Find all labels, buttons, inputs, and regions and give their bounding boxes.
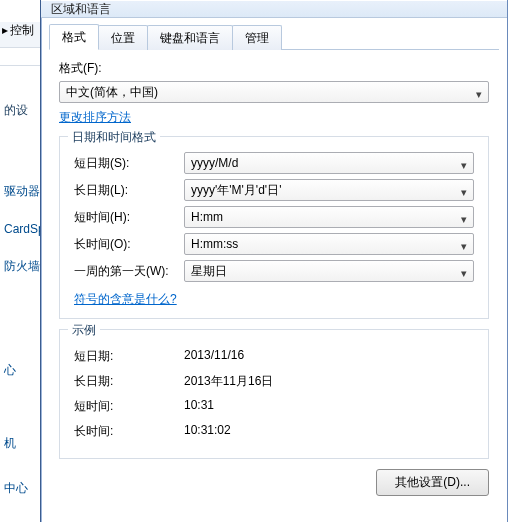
ex-short-date-value: 2013/11/16: [184, 348, 244, 365]
notation-link[interactable]: 符号的含意是什么?: [74, 291, 177, 308]
first-day-label: 一周的第一天(W):: [74, 263, 184, 280]
format-label: 格式(F):: [59, 60, 179, 77]
ex-long-time-label: 长时间:: [74, 423, 184, 440]
breadcrumb-label: 控制: [10, 23, 34, 37]
format-dropdown[interactable]: 中文(简体，中国): [59, 81, 489, 103]
titlebar: 区域和语言: [41, 0, 507, 18]
short-date-label: 短日期(S):: [74, 155, 184, 172]
tab-format[interactable]: 格式: [49, 24, 99, 50]
sidebar-item[interactable]: 防火墙: [0, 256, 40, 277]
ex-long-date-label: 长日期:: [74, 373, 184, 390]
window-title: 区域和语言: [51, 2, 111, 16]
sidebar-item[interactable]: 驱动器: [0, 181, 40, 202]
sidebar-heading: 的设: [0, 100, 40, 121]
ex-long-date-value: 2013年11月16日: [184, 373, 273, 390]
short-date-dropdown[interactable]: yyyy/M/d: [184, 152, 474, 174]
breadcrumb[interactable]: ▸控制: [0, 22, 40, 48]
ex-long-time-value: 10:31:02: [184, 423, 231, 440]
additional-settings-button[interactable]: 其他设置(D)...: [376, 469, 489, 496]
sidebar-link[interactable]: 机: [0, 433, 40, 454]
first-day-dropdown[interactable]: 星期日: [184, 260, 474, 282]
example-legend: 示例: [68, 322, 100, 339]
date-time-format-group: 日期和时间格式 短日期(S): yyyy/M/d 长日期(L): yyyy'年'…: [59, 136, 489, 319]
sidebar-link[interactable]: 中心: [0, 478, 40, 499]
ex-short-date-label: 短日期:: [74, 348, 184, 365]
tab-admin[interactable]: 管理: [232, 25, 282, 50]
example-group: 示例 短日期: 2013/11/16 长日期: 2013年11月16日 短时间:…: [59, 329, 489, 459]
tabstrip: 格式 位置 键盘和语言 管理: [49, 24, 499, 50]
tab-keyboards[interactable]: 键盘和语言: [147, 25, 233, 50]
short-time-label: 短时间(H):: [74, 209, 184, 226]
sidebar-item[interactable]: CardSp: [0, 220, 40, 238]
region-language-dialog: 区域和语言 格式 位置 键盘和语言 管理 格式(F): 中文(简体，中国) 更改…: [40, 0, 508, 522]
dt-legend: 日期和时间格式: [68, 129, 160, 146]
sidebar-link[interactable]: [0, 405, 40, 409]
chevron-right-icon: ▸: [2, 23, 8, 37]
long-date-dropdown[interactable]: yyyy'年'M'月'd'日': [184, 179, 474, 201]
format-value: 中文(简体，中国): [66, 82, 158, 102]
tab-location[interactable]: 位置: [98, 25, 148, 50]
change-sort-link[interactable]: 更改排序方法: [59, 109, 131, 126]
tab-body: 格式(F): 中文(简体，中国) 更改排序方法 日期和时间格式 短日期(S): …: [41, 50, 507, 496]
long-time-dropdown[interactable]: H:mm:ss: [184, 233, 474, 255]
ex-short-time-value: 10:31: [184, 398, 214, 415]
ex-short-time-label: 短时间:: [74, 398, 184, 415]
long-time-label: 长时间(O):: [74, 236, 184, 253]
control-panel-sliver: ▸控制 的设 驱动器 CardSp 防火墙 心 机 中心: [0, 0, 40, 522]
short-time-dropdown[interactable]: H:mm: [184, 206, 474, 228]
sidebar-link[interactable]: 心: [0, 360, 40, 381]
long-date-label: 长日期(L):: [74, 182, 184, 199]
